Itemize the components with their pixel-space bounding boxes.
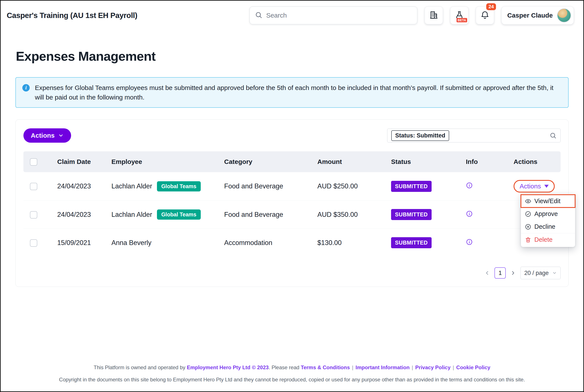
menu-label-approve: Approve (534, 210, 558, 218)
beta-badge: BETA (457, 18, 467, 22)
employee-name: Lachlan Alder (111, 182, 152, 190)
menu-label-delete: Delete (534, 236, 553, 243)
user-name: Casper Claude (507, 12, 553, 19)
privacy-link[interactable]: Privacy Policy (415, 364, 451, 370)
footer: This Platform is owned and operated by E… (1, 364, 583, 391)
global-teams-badge: Global Teams (157, 181, 201, 192)
table-row: 24/04/2023 Lachlan Alder Global Teams Fo… (23, 200, 561, 228)
menu-item-approve[interactable]: Approve (521, 208, 575, 220)
row-checkbox[interactable] (30, 211, 37, 218)
menu-label-decline: Decline (534, 223, 555, 230)
organisation-button[interactable] (425, 6, 443, 24)
notification-badge: 24 (486, 3, 496, 10)
footer-text: . Please read (269, 364, 301, 370)
row-checkbox[interactable] (30, 183, 37, 190)
beta-labs-button[interactable]: BETA (450, 6, 469, 24)
category-cell: Food and Beverage (221, 172, 314, 200)
status-badge: SUBMITTED (391, 237, 432, 248)
building-icon (429, 10, 438, 20)
page-size-select[interactable]: 20 / page (521, 267, 561, 279)
chevron-down-icon (552, 270, 557, 275)
footer-line2: Copyright in the documents on this site … (14, 376, 570, 383)
amount-cell: $130.00 (314, 228, 388, 257)
page-size-value: 20 / page (524, 270, 549, 276)
row-info-icon[interactable] (466, 211, 473, 219)
page-title: Expenses Management (16, 49, 583, 64)
row-info-icon[interactable] (466, 239, 473, 247)
global-teams-badge: Global Teams (157, 210, 201, 220)
search-icon (255, 11, 262, 20)
avatar (557, 8, 571, 22)
check-circle-icon (525, 211, 531, 217)
user-menu[interactable]: Casper Claude (501, 6, 574, 24)
status-badge: SUBMITTED (391, 181, 432, 192)
chevron-left-icon[interactable] (484, 270, 490, 276)
company-link[interactable]: Employment Hero Pty Ltd © 2023 (187, 364, 269, 370)
row-info-icon[interactable] (466, 183, 473, 190)
chevron-right-icon[interactable] (510, 270, 516, 276)
header-status: Status (388, 151, 462, 172)
footer-text: This Platform is owned and operated by (94, 364, 187, 370)
category-cell: Accommodation (221, 228, 314, 257)
menu-item-decline[interactable]: Decline (521, 220, 575, 233)
x-circle-icon (525, 224, 531, 230)
employee-name: Lachlan Alder (111, 211, 152, 218)
info-icon: i (22, 84, 30, 92)
claim-date-cell: 24/04/2023 (54, 172, 108, 200)
menu-item-view-edit[interactable]: View/Edit (521, 195, 575, 208)
footer-separator: | (412, 364, 413, 370)
amount-cell: AUD $250.00 (314, 172, 388, 200)
pagination: 1 20 / page (23, 267, 561, 279)
app-title: Casper's Training (AU 1st EH Payroll) (7, 11, 137, 20)
status-filter-chip[interactable]: Status: Submitted (391, 130, 449, 141)
footer-line1: This Platform is owned and operated by E… (14, 364, 570, 370)
row-actions-label: Actions (520, 182, 541, 190)
footer-separator: | (352, 364, 353, 370)
bulk-actions-label: Actions (31, 132, 55, 139)
status-badge: SUBMITTED (391, 209, 432, 220)
header-amount: Amount (314, 151, 388, 172)
filter-search-box[interactable]: Status: Submitted (387, 128, 561, 142)
table-header-row: Claim Date Employee Category Amount Stat… (23, 151, 561, 172)
bulk-actions-button[interactable]: Actions (23, 128, 71, 143)
header-info: Info (462, 151, 510, 172)
category-cell: Food and Beverage (221, 200, 314, 228)
claim-date-cell: 15/09/2021 (54, 228, 108, 257)
chevron-down-icon (58, 133, 64, 138)
amount-cell: AUD $350.00 (314, 200, 388, 228)
page-number-button[interactable]: 1 (495, 267, 506, 278)
trash-icon (525, 236, 531, 243)
row-actions-menu: View/Edit Approve Decline (521, 194, 575, 247)
info-banner-text: Expenses for Global Teams employees must… (35, 83, 562, 102)
notifications-button[interactable]: 24 (476, 6, 494, 24)
important-info-link[interactable]: Important Information (356, 364, 410, 370)
menu-item-delete[interactable]: Delete (521, 233, 575, 246)
claim-date-cell: 24/04/2023 (54, 200, 108, 228)
info-banner: i Expenses for Global Teams employees mu… (15, 77, 569, 108)
expenses-table: Claim Date Employee Category Amount Stat… (23, 151, 561, 257)
select-all-checkbox[interactable] (30, 158, 37, 166)
eye-icon (525, 198, 531, 204)
header-actions: Actions (510, 151, 561, 172)
terms-link[interactable]: Terms & Conditions (301, 364, 350, 370)
search-input[interactable] (266, 12, 412, 19)
bell-icon (481, 10, 489, 20)
cookie-link[interactable]: Cookie Policy (456, 364, 490, 370)
global-search[interactable] (249, 6, 417, 24)
header-claim-date: Claim Date (54, 151, 108, 172)
expenses-card: Actions Status: Submitted Claim Date Emp… (15, 120, 569, 287)
employee-name: Anna Beverly (111, 239, 151, 247)
header-category: Category (221, 151, 314, 172)
triangle-down-icon (544, 185, 549, 188)
table-toolbar: Actions Status: Submitted (23, 128, 561, 143)
table-row: 24/04/2023 Lachlan Alder Global Teams Fo… (23, 172, 561, 200)
header-employee: Employee (108, 151, 221, 172)
menu-label-view-edit: View/Edit (534, 198, 560, 205)
filter-search-icon[interactable] (550, 132, 557, 139)
row-checkbox[interactable] (30, 239, 37, 247)
footer-separator: | (453, 364, 454, 370)
top-header: Casper's Training (AU 1st EH Payroll) BE… (1, 1, 583, 24)
row-actions-button[interactable]: Actions (514, 180, 555, 192)
table-row: 15/09/2021 Anna Beverly Accommodation $1… (23, 228, 561, 257)
